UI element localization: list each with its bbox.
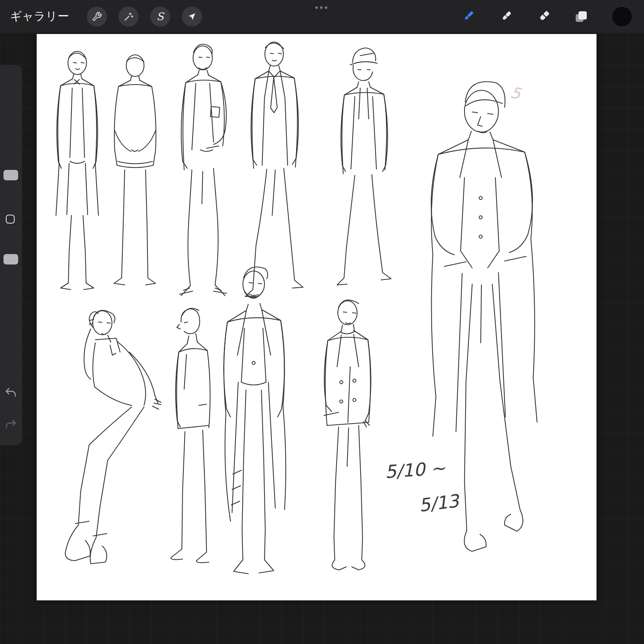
sketch-figure-hat-jacket-walking xyxy=(337,48,391,285)
sketch-figure-long-coat-bow-tie xyxy=(56,51,98,290)
layers-button[interactable] xyxy=(574,9,589,24)
sketch-figure-suit-tie-walking xyxy=(245,42,303,297)
top-toolbar: ギャラリー S ••• xyxy=(0,0,644,33)
undo-button[interactable] xyxy=(4,386,17,400)
opacity-handle[interactable] xyxy=(3,254,18,264)
actions-button[interactable] xyxy=(87,7,107,27)
eraser-icon xyxy=(536,9,551,24)
color-button[interactable] xyxy=(612,6,632,27)
selection-s-icon: S xyxy=(157,10,164,22)
smudge-tool-button[interactable] xyxy=(498,9,514,24)
adjustments-button[interactable] xyxy=(119,7,139,27)
sketch-figure-seated xyxy=(65,310,161,564)
transform-button[interactable] xyxy=(182,7,202,27)
sketch-figure-bearded-long-coat xyxy=(224,267,286,574)
sidebar xyxy=(0,65,22,445)
undo-icon xyxy=(4,386,17,399)
paint-tool-button[interactable] xyxy=(460,9,476,24)
magic-wand-icon xyxy=(124,12,134,22)
smudge-icon xyxy=(498,9,514,24)
drawing-canvas[interactable]: 5/10 ~ 5/13 5 xyxy=(37,34,597,600)
gallery-button[interactable]: ギャラリー xyxy=(10,8,69,24)
color-swatch-circle xyxy=(612,6,632,27)
handwritten-date-start: 5/10 ~ xyxy=(384,458,446,483)
layers-icon xyxy=(574,9,589,24)
brush-size-handle[interactable] xyxy=(3,170,18,180)
modify-button[interactable] xyxy=(6,215,15,224)
multitask-handle[interactable]: ••• xyxy=(315,3,329,12)
opacity-slider[interactable] xyxy=(0,227,22,343)
sketch-figure-open-shirt-sandals xyxy=(180,44,227,296)
redo-icon xyxy=(4,418,17,431)
sketch-figure-back-view xyxy=(114,55,156,285)
brush-icon xyxy=(460,9,476,24)
transform-arrow-icon xyxy=(187,12,197,22)
sketch-figure-large-overcoat xyxy=(431,81,537,551)
sketch-layer xyxy=(37,34,597,600)
redo-button[interactable] xyxy=(4,418,17,432)
sketch-figure-double-breasted xyxy=(324,300,371,570)
sketch-figure-profile-standing xyxy=(171,308,210,563)
brush-size-slider[interactable] xyxy=(0,65,22,215)
selection-button[interactable]: S xyxy=(150,7,170,27)
erase-tool-button[interactable] xyxy=(536,9,551,24)
wrench-icon xyxy=(92,12,102,22)
